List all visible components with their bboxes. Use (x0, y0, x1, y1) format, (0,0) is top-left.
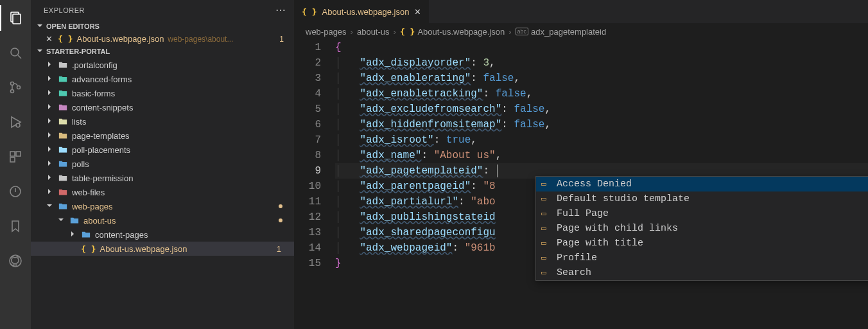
tree-label: content-snippets (72, 103, 133, 112)
suggestion-label: Default studio template (557, 191, 690, 207)
breadcrumb-item[interactable]: about-us (357, 27, 390, 37)
suggestion-item[interactable]: ▭Profile (536, 251, 868, 265)
sidebar-title: EXPLORER (44, 6, 85, 14)
breadcrumb-item[interactable]: abc adx_pagetemplateid (516, 27, 607, 37)
tree-label: .portalconfig (72, 60, 117, 70)
svg-rect-1 (13, 14, 21, 24)
tree-label: advanced-forms (72, 75, 132, 84)
suggestion-label: Full Page (557, 206, 609, 222)
activity-explorer-icon[interactable] (0, 5, 31, 31)
chevron-right-icon (45, 60, 54, 70)
value-icon: ▭ (541, 236, 551, 251)
folder-icon (58, 145, 68, 155)
tree-item[interactable]: content-snippets (31, 100, 294, 114)
svg-rect-9 (10, 152, 15, 156)
breadcrumbs[interactable]: web-pages›about-us›{ } About-us.webpage.… (294, 23, 868, 40)
chevron-right-icon (45, 89, 54, 98)
chevron-right-icon: › (394, 27, 396, 37)
intellisense-popup[interactable]: ▭Access Denied▭Default studio template▭F… (535, 176, 868, 281)
chevron-down-icon (36, 47, 44, 56)
tree-item[interactable]: web-pages (31, 199, 294, 213)
close-icon[interactable]: ✕ (44, 34, 54, 44)
tree-item[interactable]: poll-placements (31, 143, 294, 157)
folder-icon (58, 159, 68, 169)
activity-scm-icon[interactable] (0, 75, 31, 100)
tree-label: web-pages (72, 202, 113, 211)
chevron-right-icon (45, 173, 54, 183)
editor-tabs: { } About-us.webpage.json ✕ (294, 0, 868, 23)
svg-point-6 (17, 86, 21, 89)
activity-search-icon[interactable] (0, 40, 31, 66)
close-icon[interactable]: ✕ (414, 7, 421, 17)
activity-extensions-icon[interactable] (0, 144, 31, 170)
workspace-header[interactable]: STARTER-PORTAL (31, 45, 294, 58)
tree-item[interactable]: about-us (31, 213, 294, 227)
chevron-right-icon (45, 188, 54, 197)
chevron-down-icon (45, 202, 54, 211)
breadcrumb-item[interactable]: { } About-us.webpage.json (400, 27, 505, 37)
suggestion-item[interactable]: ▭Default studio template (536, 191, 868, 206)
suggestion-label: Search (557, 265, 591, 281)
tree-item[interactable]: basic-forms (31, 86, 294, 100)
activity-power-icon[interactable] (0, 179, 31, 204)
tree-label: polls (72, 159, 89, 169)
tree-item[interactable]: advanced-forms (31, 72, 294, 86)
folder-icon (69, 215, 80, 226)
modified-dot-icon (279, 218, 282, 222)
activity-bookmark-icon[interactable] (0, 213, 31, 239)
suggestion-item[interactable]: ▭Full Page (536, 206, 868, 221)
suggestion-item[interactable]: ▭Page with title (536, 236, 868, 251)
suggestion-item[interactable]: ▭Access Denied (536, 177, 868, 191)
tree-label: content-pages (95, 230, 148, 240)
tree-item[interactable]: web-files (31, 185, 294, 199)
tree-item[interactable]: page-templates (31, 129, 294, 143)
editor-area: { } About-us.webpage.json ✕ web-pages›ab… (294, 0, 868, 329)
activity-debug-icon[interactable] (0, 109, 31, 135)
code-content[interactable]: {│ "adx_displayorder": 3,│ "adx_enablera… (333, 40, 868, 329)
code-editor[interactable]: 123456789101112131415 {│ "adx_displayord… (294, 40, 868, 329)
folder-icon (58, 60, 68, 70)
folder-icon (58, 173, 68, 183)
tree-item[interactable]: lists (31, 114, 294, 129)
breadcrumb-item[interactable]: web-pages (306, 27, 347, 37)
suggestion-item[interactable]: ▭Page with child links (536, 221, 868, 236)
value-icon: ▭ (541, 206, 551, 222)
svg-point-4 (11, 82, 14, 85)
sidebar-header: EXPLORER ⋯ (31, 0, 294, 20)
tree-item[interactable]: { }About-us.webpage.json1 (31, 242, 294, 256)
suggestion-label: Access Denied (557, 177, 632, 192)
tree-label: About-us.webpage.json (100, 244, 187, 254)
chevron-down-icon (36, 22, 44, 31)
tree-label: basic-forms (72, 89, 115, 98)
string-icon: abc (516, 28, 529, 35)
folder-icon (58, 74, 68, 84)
svg-point-8 (16, 123, 20, 127)
tree-item[interactable]: .portalconfig (31, 58, 294, 72)
editor-tab[interactable]: { } About-us.webpage.json ✕ (294, 0, 430, 23)
tree-item[interactable]: table-permission (31, 171, 294, 185)
folder-icon (58, 116, 68, 127)
chevron-right-icon (45, 159, 54, 169)
problems-badge: 1 (279, 35, 289, 44)
value-icon: ▭ (541, 251, 551, 266)
file-name: About-us.webpage.json (76, 34, 164, 44)
tree-item[interactable]: content-pages (31, 227, 294, 242)
tree-label: page-templates (72, 131, 130, 141)
open-editors-header[interactable]: OPEN EDITORS (31, 20, 294, 33)
suggestion-item[interactable]: ▭Search (536, 265, 868, 280)
explorer-sidebar: EXPLORER ⋯ OPEN EDITORS ✕ { } About-us.w… (31, 0, 294, 329)
suggestion-label: Profile (557, 251, 597, 266)
tree-label: lists (72, 117, 86, 127)
sidebar-more-icon[interactable]: ⋯ (275, 4, 286, 16)
tab-title: About-us.webpage.json (322, 7, 409, 17)
suggestion-label: Page with title (557, 236, 643, 251)
svg-rect-10 (16, 152, 21, 156)
chevron-right-icon (45, 103, 54, 112)
folder-icon (58, 130, 68, 141)
open-editor-item[interactable]: ✕ { } About-us.webpage.json web-pages\ab… (31, 33, 294, 45)
tree-item[interactable]: polls (31, 157, 294, 171)
chevron-right-icon (45, 75, 54, 84)
chevron-right-icon (68, 230, 77, 240)
activity-github-icon[interactable] (0, 248, 31, 274)
json-icon: { } (302, 7, 317, 17)
